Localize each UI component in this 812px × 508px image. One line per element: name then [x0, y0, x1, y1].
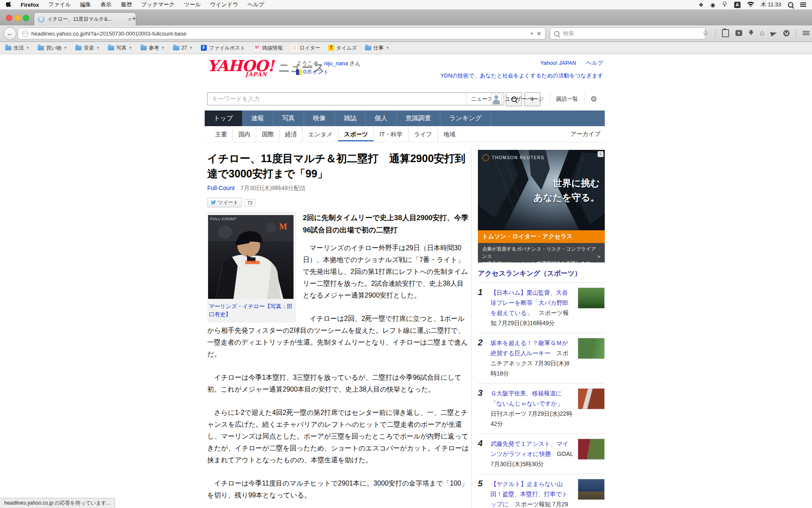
- yahoo-search-box[interactable]: キーワードを入力 ニュース▼: [207, 92, 504, 105]
- subscriptions-link[interactable]: 購読一覧: [550, 92, 584, 105]
- wifi-icon[interactable]: [747, 2, 754, 8]
- urlbar-dropdown-icon[interactable]: ▼: [529, 31, 534, 36]
- input-method-icon[interactable]: A: [734, 2, 741, 8]
- bookmark-rosen[interactable]: Y!路線情報: [253, 44, 283, 52]
- hamburger-menu-icon[interactable]: [803, 31, 809, 36]
- nav-tab-kojin[interactable]: 個人: [366, 110, 397, 126]
- bookmark-folder-shashin[interactable]: 写真▼: [108, 44, 132, 52]
- points-link: 0ポイント: [303, 68, 329, 76]
- home-icon[interactable]: ⌂: [760, 28, 764, 38]
- share-icon[interactable]: [770, 30, 778, 36]
- tweet-button[interactable]: ツイート: [207, 198, 242, 207]
- help-link[interactable]: ヘルプ: [586, 60, 603, 66]
- ranking-thumbnail[interactable]: [578, 287, 605, 309]
- browser-status-text: headlines.yahoo.co.jp の応答を待っています...: [0, 498, 115, 508]
- settings-gear[interactable]: ⚙: [584, 92, 603, 105]
- article-photo[interactable]: M FULL-COUNT: [208, 215, 294, 299]
- window-close-button[interactable]: [6, 15, 12, 21]
- ad-info-icon[interactable]: i: [598, 151, 604, 157]
- subnav-keizai[interactable]: 経済: [279, 127, 302, 141]
- userpage-link[interactable]: ユーザーページ: [485, 92, 550, 105]
- window-zoom-button[interactable]: [23, 15, 29, 21]
- menu-file[interactable]: ファイル: [48, 1, 71, 8]
- news-sub-nav: 主要 国内 国際 経済 エンタメ スポーツ IT・科学 ライフ 地域 アーカイブ: [205, 126, 605, 142]
- creative-cloud-icon[interactable]: ◉: [710, 2, 715, 8]
- subnav-shuyo[interactable]: 主要: [210, 127, 233, 141]
- notification-center-icon[interactable]: [800, 3, 806, 7]
- nav-tab-sokuho[interactable]: 速報: [242, 110, 273, 126]
- bookmark-times[interactable]: Tタイムズ: [328, 44, 357, 52]
- ranking-link[interactable]: Ｇ大阪宇佐美、移籍報道に「ないんじゃないですか」: [491, 390, 563, 407]
- menu-help[interactable]: ヘルプ: [247, 1, 264, 8]
- pocket-icon[interactable]: ∨: [735, 30, 742, 36]
- spotlight-icon[interactable]: [788, 2, 793, 8]
- nav-tab-photo[interactable]: 写真: [273, 110, 304, 126]
- ranking-thumbnail[interactable]: [578, 479, 605, 500]
- bookmark-folder-seikatsu[interactable]: 生活▼: [5, 44, 30, 52]
- yahoo-japan-link[interactable]: Yahoo! JAPAN: [540, 60, 576, 66]
- nav-tab-magazine[interactable]: 雑誌: [335, 110, 366, 126]
- menubar-clock[interactable]: 木 11:33: [761, 1, 781, 8]
- back-button[interactable]: ←: [3, 27, 16, 40]
- downloads-icon[interactable]: [749, 32, 754, 35]
- yahoo-header: YAHOO! JAPAN ニュース ようこそ、niju_nana さん 0ポイン…: [205, 54, 605, 91]
- archive-link[interactable]: アーカイブ: [571, 130, 601, 138]
- feedback-icon[interactable]: [783, 30, 790, 36]
- nav-tab-top[interactable]: トップ: [205, 110, 242, 126]
- url-bar[interactable]: headlines.yahoo.co.jp/hl?a=20150730-0001…: [18, 28, 546, 39]
- ranking-thumbnail[interactable]: [578, 388, 605, 409]
- reading-list-icon[interactable]: [722, 29, 729, 37]
- source-link[interactable]: Full-Count: [207, 185, 235, 191]
- menu-bookmarks[interactable]: ブックマーク: [141, 1, 175, 8]
- points-row[interactable]: 0ポイント: [296, 68, 329, 76]
- site-identity-icon[interactable]: [22, 30, 28, 37]
- bookmark-reuters[interactable]: ロイター: [291, 44, 320, 52]
- bookmark-filepost[interactable]: Fファイルポスト: [201, 44, 245, 52]
- ad-more-arrow[interactable]: ＞: [596, 253, 601, 260]
- menu-window[interactable]: ウインドウ: [210, 1, 239, 8]
- subnav-sports[interactable]: スポーツ: [338, 127, 373, 141]
- url-text[interactable]: headlines.yahoo.co.jp/hl?a=20150730-0001…: [31, 30, 527, 37]
- news-main-nav: トップ 速報 写真 映像 雑誌 個人 意識調査 ランキング: [205, 110, 605, 126]
- bookmark-folder-kaimono[interactable]: 買い物▼: [38, 44, 67, 52]
- subnav-chiiki[interactable]: 地域: [438, 127, 461, 141]
- menu-tools[interactable]: ツール: [184, 1, 201, 8]
- ranking-thumbnail[interactable]: [578, 439, 605, 460]
- subnav-entame[interactable]: エンタメ: [302, 127, 338, 141]
- new-tab-button[interactable]: +: [132, 14, 136, 23]
- photo-caption[interactable]: マーリンズ・イチロー【写真：田口有史】: [209, 302, 293, 318]
- window-minimize-button[interactable]: [14, 15, 21, 21]
- tweet-count[interactable]: 72: [244, 199, 255, 207]
- tab-close-icon[interactable]: ✕: [128, 17, 132, 22]
- stop-loading-icon[interactable]: ✕: [537, 30, 541, 37]
- bookmark-folder-sanko[interactable]: 参考▼: [140, 44, 165, 52]
- subnav-it-science[interactable]: IT・科学: [373, 127, 408, 141]
- bookmark-star-icon[interactable]: ☆: [702, 28, 708, 38]
- audio-device-icon[interactable]: [722, 1, 727, 8]
- ydn-promo-link[interactable]: YDNの技術で、あなたと社会をよくするための活動をつなぎます: [440, 72, 603, 80]
- bookmark-folder-ongaku[interactable]: 音楽▼: [75, 44, 100, 52]
- browser-search-field[interactable]: 検索: [550, 28, 705, 39]
- username-link[interactable]: niju_nana: [324, 60, 348, 66]
- menu-view[interactable]: 表示: [101, 1, 112, 8]
- nav-tab-ranking[interactable]: ランキング: [440, 110, 491, 126]
- dropbox-icon[interactable]: ❖: [699, 2, 704, 8]
- nav-tab-ishikichosa[interactable]: 意識調査: [397, 110, 440, 126]
- menu-firefox[interactable]: Firefox: [21, 2, 39, 8]
- subnav-kokusai[interactable]: 国際: [256, 127, 279, 141]
- thomson-reuters-ad[interactable]: THOMSON REUTERS i 世界に挑む あなたを守る。 トムソン・ロイタ…: [478, 150, 605, 262]
- menu-edit[interactable]: 編集: [80, 1, 91, 8]
- apple-icon[interactable]: [6, 2, 11, 8]
- ranking-title: アクセスランキング（スポーツ）: [478, 269, 605, 278]
- menu-history[interactable]: 履歴: [121, 1, 132, 8]
- rank-number: 2: [478, 338, 488, 378]
- subnav-kokunai[interactable]: 国内: [233, 127, 256, 141]
- bookmark-folder-27[interactable]: 27▼: [173, 45, 193, 51]
- bookmark-folder-shigoto[interactable]: 仕事▼: [365, 44, 390, 52]
- ranking-item-4: 4 武藤先発で１アシスト、マインツがラツィオに快勝 GOAL 7月30日(木)5…: [478, 433, 605, 474]
- ranking-thumbnail[interactable]: [578, 338, 605, 359]
- subnav-life[interactable]: ライフ: [408, 127, 438, 141]
- browser-tab[interactable]: イチロー、11度目マルチ&... ✕: [34, 12, 136, 26]
- ad-headline: 世界に挑む あなたを守る。: [533, 176, 600, 205]
- nav-tab-video[interactable]: 映像: [304, 110, 335, 126]
